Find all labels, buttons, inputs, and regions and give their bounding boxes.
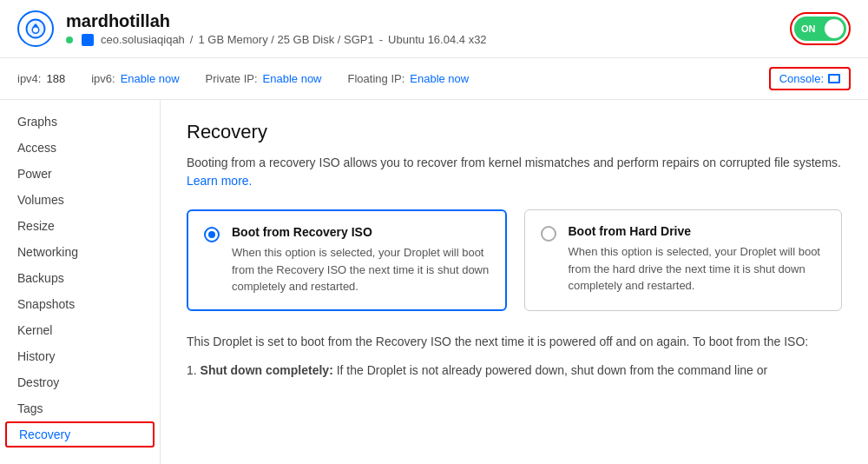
radio-recovery-iso-inner xyxy=(208,231,215,238)
sidebar-item-volumes[interactable]: Volumes xyxy=(0,187,160,213)
floating-ip-label: Floating IP: xyxy=(348,72,405,85)
separator: / xyxy=(190,33,194,46)
boot-option-recovery-iso-content: Boot from Recovery ISO When this option … xyxy=(232,225,490,295)
boot-option-hard-drive-desc: When this option is selected, your Dropl… xyxy=(569,243,826,295)
svg-point-1 xyxy=(33,28,38,33)
info-text: This Droplet is set to boot from the Rec… xyxy=(187,332,842,351)
sidebar: Graphs Access Power Volumes Resize Netwo… xyxy=(0,100,161,464)
ipv4-label: ipv4: xyxy=(17,72,41,85)
boot-option-recovery-iso-desc: When this option is selected, your Dropl… xyxy=(232,244,490,295)
radio-hard-drive xyxy=(541,226,556,242)
boot-option-recovery-iso[interactable]: Boot from Recovery ISO When this option … xyxy=(187,209,507,311)
ipv4-value: 188 xyxy=(46,72,65,85)
console-button[interactable]: Console: xyxy=(769,67,851,90)
sidebar-item-kernel[interactable]: Kernel xyxy=(0,317,160,343)
os: Ubuntu 16.04.4 x32 xyxy=(388,33,486,46)
separator2: - xyxy=(379,33,383,46)
ipv6-item: ipv6: Enable now xyxy=(91,72,179,85)
floating-ip-enable-link[interactable]: Enable now xyxy=(410,72,469,85)
sidebar-item-graphs[interactable]: Graphs xyxy=(0,109,160,135)
step-description: If the Droplet is not already powered do… xyxy=(337,363,767,377)
description: Booting from a recovery ISO allows you t… xyxy=(187,154,842,190)
floating-ip-item: Floating IP: Enable now xyxy=(348,72,470,85)
sidebar-item-history[interactable]: History xyxy=(0,343,160,369)
console-label: Console: xyxy=(779,72,824,85)
description-text: Booting from a recovery ISO allows you t… xyxy=(187,156,841,169)
page-layout: Graphs Access Power Volumes Resize Netwo… xyxy=(0,100,868,464)
boot-option-hard-drive-content: Boot from Hard Drive When this option is… xyxy=(569,224,826,295)
console-icon xyxy=(828,74,840,83)
boot-options: Boot from Recovery ISO When this option … xyxy=(187,209,842,311)
main-content: Recovery Booting from a recovery ISO all… xyxy=(161,100,868,464)
team-name: ceo.solusiaqiqah xyxy=(101,33,185,46)
sidebar-item-tags[interactable]: Tags xyxy=(0,395,160,421)
toggle-knob xyxy=(825,19,844,38)
power-toggle-wrapper[interactable]: ON xyxy=(790,12,851,45)
droplet-info: mardhotillah ceo.solusiaqiqah / 1 GB Mem… xyxy=(66,11,790,46)
droplet-meta: ceo.solusiaqiqah / 1 GB Memory / 25 GB D… xyxy=(66,33,790,46)
private-ip-enable-link[interactable]: Enable now xyxy=(263,72,322,85)
sidebar-item-recovery[interactable]: Recovery xyxy=(5,421,155,447)
ipv6-enable-link[interactable]: Enable now xyxy=(121,72,180,85)
team-icon xyxy=(82,34,94,46)
app-logo xyxy=(17,10,54,47)
sidebar-item-networking[interactable]: Networking xyxy=(0,239,160,265)
toggle-label: ON xyxy=(801,23,816,34)
ipv6-label: ipv6: xyxy=(91,72,115,85)
sidebar-item-access[interactable]: Access xyxy=(0,135,160,161)
step-number: 1. xyxy=(187,363,197,377)
subheader: ipv4: 188 ipv6: Enable now Private IP: E… xyxy=(0,58,868,100)
status-indicator xyxy=(66,36,73,43)
page-header: mardhotillah ceo.solusiaqiqah / 1 GB Mem… xyxy=(0,0,868,58)
learn-more-link[interactable]: Learn more. xyxy=(187,174,252,188)
ipv4-item: ipv4: 188 xyxy=(17,72,65,85)
sidebar-item-backups[interactable]: Backups xyxy=(0,265,160,291)
private-ip-label: Private IP: xyxy=(206,72,258,85)
step-label: Shut down completely: xyxy=(201,363,333,377)
radio-recovery-iso xyxy=(204,227,220,242)
step-1: 1. Shut down completely: If the Droplet … xyxy=(187,363,842,377)
private-ip-item: Private IP: Enable now xyxy=(206,72,322,85)
droplet-name: mardhotillah xyxy=(66,11,790,31)
sidebar-item-destroy[interactable]: Destroy xyxy=(0,369,160,395)
boot-option-hard-drive-title: Boot from Hard Drive xyxy=(569,224,826,238)
specs: 1 GB Memory / 25 GB Disk / SGP1 xyxy=(198,33,373,46)
sidebar-item-resize[interactable]: Resize xyxy=(0,213,160,239)
boot-option-hard-drive[interactable]: Boot from Hard Drive When this option is… xyxy=(524,209,843,311)
sidebar-item-power[interactable]: Power xyxy=(0,161,160,187)
page-title: Recovery xyxy=(187,121,842,143)
sidebar-item-snapshots[interactable]: Snapshots xyxy=(0,291,160,317)
boot-option-recovery-iso-title: Boot from Recovery ISO xyxy=(232,225,490,239)
power-toggle[interactable]: ON xyxy=(794,17,846,41)
